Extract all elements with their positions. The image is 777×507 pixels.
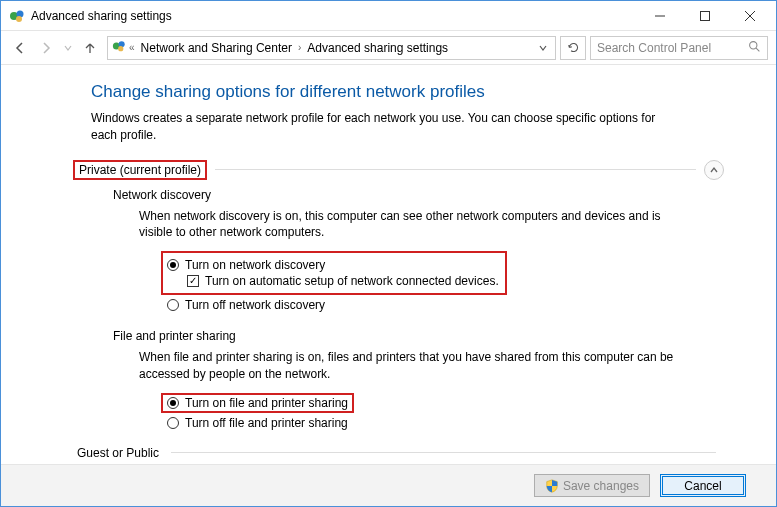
page-title: Change sharing options for different net… [91, 82, 724, 102]
checkbox-label: Turn on automatic setup of network conne… [205, 274, 499, 288]
breadcrumb-parent[interactable]: Network and Sharing Center [138, 41, 295, 55]
checkbox-auto-setup[interactable]: Turn on automatic setup of network conne… [187, 273, 499, 289]
button-label: Cancel [684, 479, 721, 493]
svg-rect-4 [700, 11, 709, 20]
recent-locations-button[interactable] [61, 44, 75, 52]
search-icon [748, 40, 761, 56]
radio-label: Turn off network discovery [185, 298, 325, 312]
file-printer-title: File and printer sharing [113, 329, 724, 343]
radio-label: Turn on file and printer sharing [185, 396, 348, 410]
highlight-box-fps: Turn on file and printer sharing [161, 393, 354, 413]
private-profile-label: Private (current profile) [73, 160, 207, 180]
network-discovery-title: Network discovery [113, 188, 724, 202]
forward-button[interactable] [35, 37, 57, 59]
highlight-box-discovery: Turn on network discovery Turn on automa… [161, 251, 507, 295]
file-printer-description: When file and printer sharing is on, fil… [139, 349, 679, 383]
breadcrumb-current[interactable]: Advanced sharing settings [304, 41, 451, 55]
minimize-button[interactable] [637, 2, 682, 30]
checkbox-icon [187, 275, 199, 287]
svg-line-11 [756, 48, 759, 51]
search-input[interactable]: Search Control Panel [590, 36, 768, 60]
private-profile-header[interactable]: Private (current profile) [73, 160, 724, 180]
refresh-button[interactable] [560, 36, 586, 60]
radio-icon [167, 397, 179, 409]
up-button[interactable] [79, 37, 101, 59]
bottom-bar: Save changes Cancel [1, 464, 776, 506]
control-panel-icon [9, 8, 25, 24]
svg-point-2 [16, 16, 22, 22]
window-title: Advanced sharing settings [31, 9, 637, 23]
guest-profile-label: Guest or Public [73, 445, 163, 461]
guest-profile-header[interactable]: Guest or Public [73, 445, 724, 461]
radio-icon [167, 417, 179, 429]
divider [171, 452, 716, 453]
radio-label: Turn on network discovery [185, 258, 325, 272]
address-bar[interactable]: « Network and Sharing Center › Advanced … [107, 36, 556, 60]
radio-discovery-off[interactable]: Turn off network discovery [167, 297, 724, 313]
navigation-bar: « Network and Sharing Center › Advanced … [1, 31, 776, 65]
radio-icon [167, 259, 179, 271]
address-dropdown-button[interactable] [535, 41, 551, 55]
control-panel-icon [112, 39, 126, 56]
shield-icon [545, 479, 559, 493]
chevron-right-icon: › [297, 42, 302, 53]
svg-point-9 [118, 46, 123, 51]
chevron-left-icon: « [128, 42, 136, 53]
network-discovery-description: When network discovery is on, this compu… [139, 208, 679, 242]
titlebar: Advanced sharing settings [1, 1, 776, 31]
collapse-button[interactable] [704, 160, 724, 180]
save-changes-button[interactable]: Save changes [534, 474, 650, 497]
button-label: Save changes [563, 479, 639, 493]
radio-discovery-on[interactable]: Turn on network discovery [167, 257, 499, 273]
divider [215, 169, 696, 170]
content-area: Change sharing options for different net… [1, 66, 776, 464]
back-button[interactable] [9, 37, 31, 59]
radio-icon [167, 299, 179, 311]
cancel-button[interactable]: Cancel [660, 474, 746, 497]
radio-label: Turn off file and printer sharing [185, 416, 348, 430]
maximize-button[interactable] [682, 2, 727, 30]
svg-point-10 [750, 41, 757, 48]
radio-fps-off[interactable]: Turn off file and printer sharing [167, 415, 724, 431]
close-button[interactable] [727, 2, 772, 30]
page-description: Windows creates a separate network profi… [91, 110, 671, 144]
search-placeholder: Search Control Panel [597, 41, 748, 55]
